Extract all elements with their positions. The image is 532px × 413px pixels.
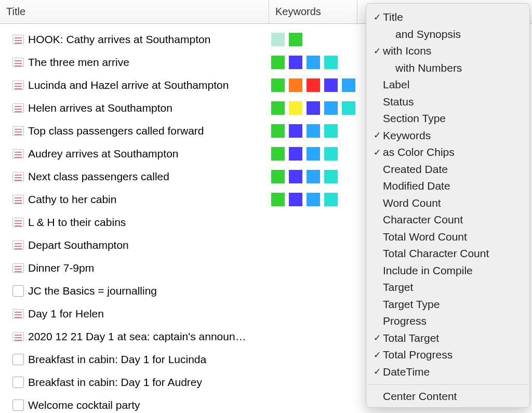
keyword-chip[interactable] [324,101,338,115]
menu-item[interactable]: Include in Compile [366,262,529,279]
menu-item[interactable]: Section Type [366,110,529,127]
row-title[interactable]: Lucinda and Hazel arrive at Southampton [28,79,269,91]
row-title[interactable]: The three men arrive [28,56,269,69]
keyword-chip[interactable] [289,193,302,206]
row-title[interactable]: Next class passengers called [28,170,269,183]
menu-item[interactable]: Progress [366,313,529,330]
keyword-chip[interactable] [324,170,338,183]
menu-item[interactable]: Target Type [366,296,529,313]
checkmark-icon: ✓ [371,332,383,343]
menu-item-label: Label [383,78,409,91]
keyword-chip[interactable] [271,56,285,69]
keyword-chip[interactable] [307,101,320,115]
keyword-chip[interactable] [324,124,338,138]
menu-item[interactable]: ✓Keywords [366,127,529,144]
menu-item-label: Section Type [383,112,446,125]
keyword-chip[interactable] [307,56,320,69]
menu-item[interactable]: with Numbers [366,60,529,77]
row-icon-cell [0,309,28,318]
menu-item[interactable]: ✓as Color Chips [366,144,529,161]
keyword-chip[interactable] [271,170,285,183]
row-keywords [269,56,338,69]
keyword-chip[interactable] [271,78,285,92]
keyword-chip[interactable] [271,33,285,46]
keyword-chip[interactable] [324,78,338,92]
row-title[interactable]: L & H to their cabins [28,216,269,229]
keyword-chip[interactable] [289,56,302,69]
row-title[interactable]: Audrey arrives at Southampton [28,148,269,160]
checkmark-icon: ✓ [371,12,383,23]
keyword-chip[interactable] [289,147,302,161]
checkmark-icon: ✓ [371,130,383,141]
keyword-chip[interactable] [289,78,302,92]
keyword-chip[interactable] [342,101,355,115]
row-icon-cell [0,35,28,44]
menu-item[interactable]: Modified Date [366,178,529,195]
keyword-chip[interactable] [289,170,302,183]
menu-item-label: Title [383,11,403,23]
row-keywords [269,124,338,138]
keyword-chip[interactable] [271,147,285,161]
row-icon-cell [0,126,28,136]
row-title[interactable]: JC the Basics = journalling [28,285,269,297]
menu-item[interactable]: Word Count [366,195,529,212]
row-title[interactable]: Depart Southampton [28,239,269,251]
row-keywords [269,78,355,92]
row-title[interactable]: Welcome cocktail party [28,399,269,411]
menu-item[interactable]: Character Count [366,211,529,229]
menu-item[interactable]: Total Character Count [366,245,529,262]
menu-item[interactable]: Label [366,76,529,94]
menu-item[interactable]: ✓DateTime [366,364,529,381]
row-title[interactable]: Helen arrives at Southampton [28,102,269,114]
menu-item[interactable]: ✓with Icons [366,43,529,60]
menu-item[interactable]: and Synopsis [366,26,529,43]
menu-item[interactable]: Created Date [366,161,529,178]
blank-document-icon [12,399,24,411]
keyword-chip[interactable] [324,193,338,206]
keyword-chip[interactable] [271,101,285,115]
keyword-chip[interactable] [342,78,355,92]
keyword-chip[interactable] [307,170,320,183]
keyword-chip[interactable] [271,193,285,206]
keyword-chip[interactable] [289,33,302,46]
keyword-chip[interactable] [324,147,338,161]
keyword-chip[interactable] [324,56,338,69]
menu-item[interactable]: Total Word Count [366,229,529,246]
document-icon [12,81,24,90]
checkmark-icon: ✓ [371,366,383,377]
row-icon-cell [0,332,28,341]
row-icon-cell [0,195,28,204]
keyword-chip[interactable] [289,101,302,115]
menu-item[interactable]: Target [366,279,529,296]
blank-document-icon [12,377,24,388]
row-icon-cell [0,285,28,297]
keyword-chip[interactable] [307,124,320,138]
row-title[interactable]: 2020 12 21 Day 1 at sea: captain's annou… [28,330,269,343]
blank-document-icon [12,354,24,365]
row-title[interactable]: Cathy to her cabin [28,193,269,206]
menu-item-label: Total Target [383,332,439,344]
menu-item[interactable]: ✓Title [366,9,529,26]
row-title[interactable]: Day 1 for Helen [28,308,269,320]
keyword-chip[interactable] [307,78,320,92]
keyword-chip[interactable] [307,147,320,161]
column-header-title[interactable]: Title [0,0,269,23]
row-title[interactable]: Breakfast in cabin: Day 1 for Lucinda [28,353,269,366]
column-header-keywords[interactable]: Keywords [269,0,357,23]
menu-item[interactable]: ✓Total Target [366,330,529,347]
row-icon-cell [0,81,28,90]
keyword-chip[interactable] [307,193,320,206]
menu-item[interactable]: ✓Total Progress [366,347,529,364]
row-title[interactable]: HOOK: Cathy arrives at Southampton [28,33,269,46]
menu-item-label: Center Content [383,390,457,403]
menu-item-label: Keywords [383,129,431,142]
row-title[interactable]: Dinner 7-9pm [28,262,269,274]
row-title[interactable]: Breakfast in cabin: Day 1 for Audrey [28,376,269,389]
row-icon-cell [0,58,28,67]
menu-item[interactable]: Center Content [366,388,529,405]
keyword-chip[interactable] [271,124,285,138]
row-title[interactable]: Top class passengers called forward [28,125,269,137]
menu-item[interactable]: Status [366,94,529,111]
keyword-chip[interactable] [289,124,302,138]
checkmark-icon: ✓ [371,350,383,361]
